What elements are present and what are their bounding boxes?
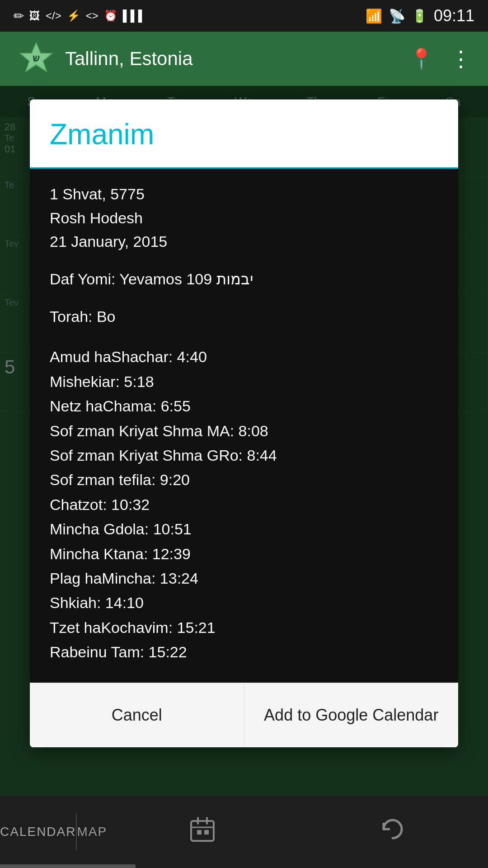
time-mincha-ktana: Mincha Ktana: 12:39 [50,542,438,566]
svg-rect-7 [204,830,209,835]
time-amud-hashachar: Amud haShachar: 4:40 [50,344,438,369]
header-right: 📍 ⋮ [409,46,470,71]
dialog-title: Zmanim [50,118,154,151]
time-chatzot: Chatzot: 10:32 [50,492,438,517]
signal-icon: 📡 [389,8,405,24]
svg-rect-2 [191,821,214,841]
svg-text:ש: ש [33,52,40,64]
svg-rect-6 [197,830,202,835]
pencil-icon: ✏ [14,9,24,24]
daf-yomi: Daf Yomi: Yevamos 109 יבמות [50,267,438,291]
status-icons-right: 📶 📡 🔋 09:11 [366,6,474,25]
status-time: 09:11 [434,6,474,25]
gregorian-date: 21 January, 2015 [50,230,438,254]
bottom-navigation: CALENDAR MAP [0,796,488,868]
time-mincha-gdola: Mincha Gdola: 10:51 [50,517,438,541]
zmanim-dialog: Zmanim 1 Shvat, 5775 Rosh Hodesh 21 Janu… [30,99,458,747]
app-logo-icon: ש [18,41,54,77]
time-sof-tefila: Sof zman tefila: 9:20 [50,467,438,492]
barcode-icon: ▌▌▌ [123,9,146,22]
header-left: ש Tallinn, Estonia [18,41,193,77]
time-mishekiar: Mishekiar: 5:18 [50,369,438,394]
map-text-label: MAP [77,825,107,839]
status-bar: ✏ 🖼 </> ⚡ <> ⏰ ▌▌▌ 📶 📡 🔋 09:11 [0,0,488,32]
app-title: Tallinn, Estonia [65,48,193,70]
calendar-icon[interactable] [189,816,216,848]
nav-map[interactable]: MAP [77,825,107,839]
more-options-icon[interactable]: ⋮ [450,46,470,71]
time-rabeinu: Rabeinu Tam: 15:22 [50,640,438,664]
time-sof-ma: Sof zman Kriyat Shma MA: 8:08 [50,419,438,443]
code-icon: </> [46,9,61,22]
time-sof-gro: Sof zman Kriyat Shma GRo: 8:44 [50,443,438,467]
code2-icon: <> [86,9,99,22]
dialog-title-area: Zmanim [30,99,458,169]
battery-icon: 🔋 [412,9,427,24]
scroll-indicator [0,864,136,868]
refresh-icon[interactable] [379,816,406,848]
time-shkiah: Shkiah: 14:10 [50,590,438,615]
cancel-button[interactable]: Cancel [30,683,244,747]
hebrew-date: 1 Shvat, 5775 [50,182,438,206]
add-to-calendar-button[interactable]: Add to Google Calendar [244,683,459,747]
usb-icon: ⚡ [67,9,80,22]
location-icon[interactable]: 📍 [409,47,434,71]
time-plag: Plag haMincha: 13:24 [50,566,438,590]
time-tzet: Tzet haKochavim: 15:21 [50,615,438,640]
status-icons-left: ✏ 🖼 </> ⚡ <> ⏰ ▌▌▌ [14,9,146,24]
time-netz-hachama: Netz haChama: 6:55 [50,394,438,418]
wifi-icon: 📶 [366,8,382,24]
clock-icon: ⏰ [104,9,117,22]
calendar-text-label: CALENDAR [0,825,76,839]
nav-calendar[interactable]: CALENDAR [0,825,76,839]
times-list: Amud haShachar: 4:40 Mishekiar: 5:18 Net… [50,344,438,664]
image-icon: 🖼 [29,9,40,22]
dialog-buttons: Cancel Add to Google Calendar [30,683,458,747]
special-day: Rosh Hodesh [50,206,438,230]
torah: Torah: Bo [50,305,438,329]
dialog-content: 1 Shvat, 5775 Rosh Hodesh 21 January, 20… [30,169,458,683]
app-header: ש Tallinn, Estonia 📍 ⋮ [0,32,488,86]
